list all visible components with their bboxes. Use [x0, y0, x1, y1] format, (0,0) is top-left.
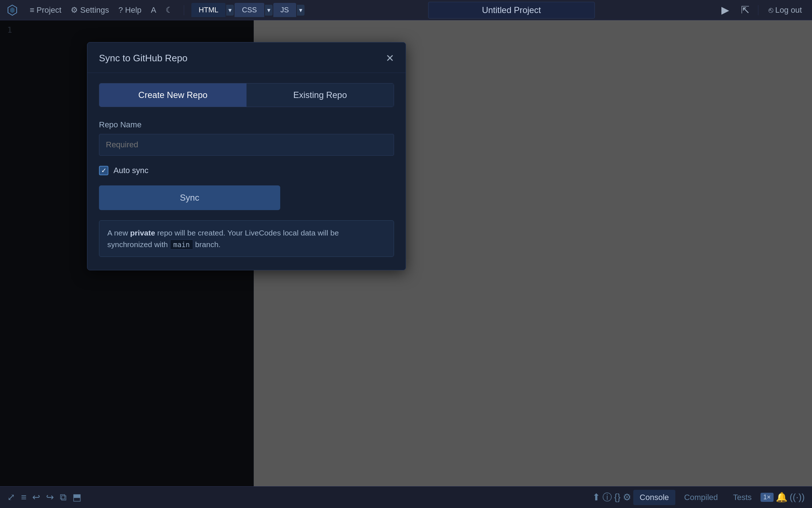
undo-icon[interactable]: ↩ — [32, 492, 40, 503]
help-nav[interactable]: ? Help — [115, 3, 145, 17]
help-nav-icon: ? — [119, 5, 123, 15]
auto-sync-checkbox[interactable] — [99, 166, 108, 175]
create-repo-tab[interactable]: Create New Repo — [99, 83, 246, 107]
run-button[interactable]: ▶ — [718, 3, 732, 17]
export-icon[interactable]: ⬒ — [72, 492, 82, 503]
modal-tabs: Create New Repo Existing Repo — [99, 83, 394, 107]
js-tab[interactable]: JS — [273, 3, 296, 17]
existing-repo-tab[interactable]: Existing Repo — [246, 83, 394, 107]
repo-name-label: Repo Name — [99, 120, 394, 130]
nav-divider — [184, 5, 184, 15]
auto-sync-label: Auto sync — [113, 166, 149, 175]
app-logo[interactable] — [6, 4, 19, 17]
action-divider — [758, 5, 758, 15]
logout-button[interactable]: ⎋ Log out — [764, 3, 806, 17]
bottom-left-icons: ⤢ ≡ ↩ ↪ ⧉ ⬒ — [7, 492, 261, 503]
tests-tab-label: Tests — [733, 493, 751, 502]
sync-button-label: Sync — [180, 193, 199, 202]
copy-icon[interactable]: ⧉ — [60, 492, 67, 503]
info-icon[interactable]: ⓘ — [602, 491, 612, 504]
existing-repo-tab-label: Existing Repo — [293, 90, 347, 100]
create-repo-tab-label: Create New Repo — [138, 90, 208, 100]
hamburger-icon: ≡ — [30, 5, 34, 15]
info-box: A new private repo will be created. Your… — [99, 220, 394, 257]
modal-title: Sync to GitHub Repo — [99, 53, 187, 64]
logout-label: Log out — [775, 5, 802, 15]
modal-header: Sync to GitHub Repo ✕ — [87, 42, 406, 73]
logout-icon: ⎋ — [768, 5, 773, 15]
share-button[interactable]: ⇱ — [738, 3, 752, 17]
editor-tabs: HTML ▾ CSS ▾ JS ▾ — [191, 3, 304, 17]
info-code: main — [170, 239, 193, 250]
hamburger-menu[interactable]: ≡ Project — [26, 3, 65, 17]
html-tab[interactable]: HTML — [191, 3, 225, 17]
css-tab[interactable]: CSS — [235, 3, 264, 17]
compiled-tab-label: Compiled — [684, 493, 718, 502]
redo-icon[interactable]: ↪ — [46, 492, 54, 503]
console-tab-label: Console — [640, 493, 669, 502]
info-bold: private — [130, 229, 155, 237]
info-text-before: A new — [107, 229, 130, 237]
settings-nav[interactable]: ⚙ Settings — [67, 3, 113, 17]
top-bar-actions: ▶ ⇱ ⎋ Log out — [718, 3, 806, 17]
js-tab-label: JS — [281, 6, 289, 14]
css-tab-dropdown[interactable]: ▾ — [265, 5, 273, 16]
project-title-area — [312, 2, 711, 19]
auto-sync-row: Auto sync — [99, 166, 394, 175]
settings-nav-icon: ⚙ — [71, 5, 78, 15]
error-badge: 1× — [761, 493, 774, 502]
top-nav: ≡ Project ⚙ Settings ? Help A ☾ — [26, 3, 177, 17]
html-tab-label: HTML — [199, 6, 218, 14]
info-text-after: branch. — [193, 240, 221, 249]
help-nav-label: Help — [125, 5, 141, 15]
svg-marker-1 — [10, 7, 14, 13]
theme-nav[interactable]: ☾ — [162, 3, 177, 17]
font-icon: A — [151, 5, 156, 15]
list-format-icon[interactable]: ≡ — [21, 492, 26, 503]
tests-tab[interactable]: Tests — [726, 490, 758, 505]
compiled-tab[interactable]: Compiled — [678, 490, 724, 505]
sync-modal: Sync to GitHub Repo ✕ Create New Repo Ex… — [87, 42, 406, 270]
theme-icon: ☾ — [166, 5, 173, 15]
notifications-icon[interactable]: 🔔 — [776, 492, 787, 503]
top-bar: ≡ Project ⚙ Settings ? Help A ☾ HTML ▾ C… — [0, 0, 812, 20]
main-content: 1 Sync to GitHub Repo ✕ Create New Repo … — [0, 20, 812, 486]
bottom-bar: ⤢ ≡ ↩ ↪ ⧉ ⬒ ⬆ ⓘ {} ⚙ Console Compiled Te… — [0, 486, 812, 508]
html-tab-dropdown[interactable]: ▾ — [226, 5, 234, 16]
modal-close-button[interactable]: ✕ — [386, 53, 394, 64]
js-tab-dropdown[interactable]: ▾ — [297, 5, 304, 16]
css-tab-label: CSS — [242, 6, 257, 14]
braces-icon[interactable]: {} — [614, 492, 620, 503]
modal-overlay: Sync to GitHub Repo ✕ Create New Repo Ex… — [0, 20, 812, 486]
repo-name-input[interactable] — [99, 134, 394, 156]
sync-button[interactable]: Sync — [99, 185, 280, 210]
upload-icon[interactable]: ⬆ — [592, 492, 600, 503]
modal-body: Create New Repo Existing Repo Repo Name … — [87, 73, 406, 270]
broadcast-icon[interactable]: ((·)) — [790, 492, 805, 503]
gear-icon[interactable]: ⚙ — [623, 492, 631, 503]
settings-nav-label: Settings — [80, 5, 109, 15]
expand-icon[interactable]: ⤢ — [7, 492, 15, 503]
font-nav[interactable]: A — [147, 3, 160, 17]
bottom-right: ⬆ ⓘ {} ⚙ Console Compiled Tests 1× 🔔 ((·… — [268, 490, 805, 505]
project-nav-label: Project — [37, 5, 61, 15]
project-title-input[interactable] — [428, 2, 595, 19]
console-tab[interactable]: Console — [633, 490, 676, 505]
